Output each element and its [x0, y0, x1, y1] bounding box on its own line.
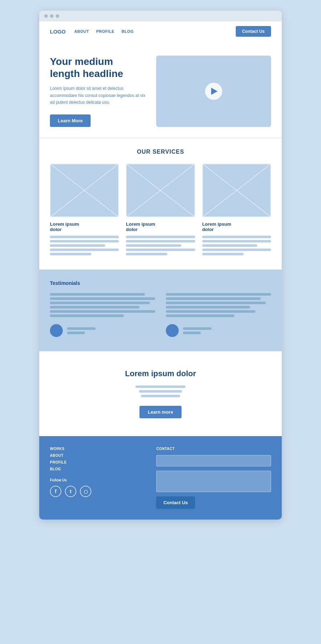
nav-links: ABOUT PROFILE BLOG — [74, 29, 235, 34]
text-line — [202, 244, 258, 247]
author-avatar-1 — [50, 324, 63, 337]
text-line — [50, 302, 150, 304]
text-line — [50, 240, 119, 242]
text-line — [50, 297, 155, 300]
twitter-icon[interactable]: t — [65, 486, 76, 497]
cta-title: Lorem ipsum dolor — [50, 369, 271, 378]
text-line — [166, 297, 261, 300]
footer-link-about[interactable]: ABOUT — [50, 454, 146, 458]
hero-section: Your medium length headline Lorem ipsum … — [39, 41, 282, 138]
testimonial-author-2 — [166, 324, 271, 337]
text-line — [166, 306, 250, 308]
text-line — [126, 244, 181, 247]
text-line — [50, 315, 124, 317]
service-title-1: Lorem ipsumdolor — [50, 221, 119, 232]
testimonial-author-1 — [50, 324, 155, 337]
text-line — [50, 236, 119, 238]
text-line — [50, 293, 145, 296]
text-line — [202, 240, 271, 242]
nav-link-about[interactable]: ABOUT — [74, 29, 89, 34]
services-grid: Lorem ipsumdolor Lorem ipsumdolor — [50, 164, 271, 255]
testimonials-title: Testimonials — [50, 280, 271, 286]
text-line — [202, 249, 271, 251]
footer-contact-label: Contact — [156, 447, 271, 451]
play-button[interactable] — [205, 83, 222, 100]
text-line — [139, 390, 182, 393]
service-title-3: Lorem ipsumdolor — [202, 221, 271, 232]
browser-dot-green — [56, 14, 59, 18]
text-line — [67, 327, 96, 330]
text-line — [50, 306, 139, 308]
service-desc-3 — [202, 236, 271, 255]
author-avatar-2 — [166, 324, 179, 337]
play-icon — [211, 88, 218, 95]
hero-learn-more-button[interactable]: Learn More — [50, 114, 91, 127]
service-desc-2 — [126, 236, 195, 255]
cta-description — [50, 385, 271, 397]
footer-link-profile[interactable]: PROFILE — [50, 460, 146, 464]
follow-us-label: Follow Us — [50, 478, 146, 482]
cta-learn-more-button[interactable]: Learn more — [139, 406, 182, 418]
browser-chrome — [39, 11, 282, 21]
footer-message-textarea[interactable] — [156, 471, 271, 492]
service-image-2 — [126, 164, 195, 217]
nav-link-blog[interactable]: BLOG — [122, 29, 134, 34]
instagram-icon[interactable]: ◯ — [80, 486, 91, 497]
service-desc-1 — [50, 236, 119, 255]
service-title-2: Lorem ipsumdolor — [126, 221, 195, 232]
footer: WORKS ABOUT PROFILE BLOG Follow Us f t ◯… — [39, 436, 282, 520]
services-section: OUR SERVICES Lorem ipsumdolor Lorem — [39, 138, 282, 270]
nav-link-profile[interactable]: PROFILE — [96, 29, 114, 34]
footer-link-blog[interactable]: BLOG — [50, 467, 146, 471]
footer-email-input[interactable] — [156, 455, 271, 466]
service-image-1 — [50, 164, 119, 217]
text-line — [50, 249, 119, 251]
footer-contact-button[interactable]: Contact Us — [156, 496, 195, 509]
text-line — [50, 253, 91, 255]
testimonials-section: Testimonials — [39, 270, 282, 351]
testimonial-text-1 — [50, 293, 155, 317]
testimonial-card-2 — [166, 293, 271, 337]
browser-window: LOGO ABOUT PROFILE BLOG Contact Us Your … — [39, 11, 282, 520]
hero-text: Your medium length headline Lorem ipsum … — [50, 56, 146, 127]
text-line — [67, 332, 85, 334]
service-image-3 — [202, 164, 271, 217]
footer-nav-links: WORKS ABOUT PROFILE BLOG — [50, 447, 146, 471]
testimonial-card-1 — [50, 293, 155, 337]
text-line — [136, 385, 185, 388]
services-title: OUR SERVICES — [50, 149, 271, 155]
author-info-2 — [183, 327, 212, 334]
cta-section: Lorem ipsum dolor Learn more — [39, 351, 282, 436]
text-line — [166, 315, 234, 317]
nav-contact-button[interactable]: Contact Us — [236, 26, 271, 37]
text-line — [183, 327, 212, 330]
text-line — [202, 236, 271, 238]
text-line — [141, 395, 180, 397]
text-line — [202, 253, 244, 255]
facebook-icon[interactable]: f — [50, 486, 61, 497]
navbar: LOGO ABOUT PROFILE BLOG Contact Us — [39, 21, 282, 41]
hero-video-placeholder[interactable] — [156, 56, 271, 127]
footer-left: WORKS ABOUT PROFILE BLOG Follow Us f t ◯ — [50, 447, 146, 509]
text-line — [126, 249, 195, 251]
hero-description: Lorem ipsum dolor sit amet et delectus a… — [50, 85, 146, 106]
service-card-2: Lorem ipsumdolor — [126, 164, 195, 255]
service-card-3: Lorem ipsumdolor — [202, 164, 271, 255]
text-line — [126, 236, 195, 238]
browser-dot-red — [44, 14, 48, 18]
page-content: LOGO ABOUT PROFILE BLOG Contact Us Your … — [39, 21, 282, 520]
text-line — [50, 244, 105, 247]
text-line — [166, 310, 255, 313]
service-card-1: Lorem ipsumdolor — [50, 164, 119, 255]
text-line — [183, 332, 201, 334]
text-line — [50, 310, 155, 313]
nav-logo: LOGO — [50, 29, 66, 35]
author-info-1 — [67, 327, 96, 334]
footer-right: Contact Contact Us — [156, 447, 271, 509]
text-line — [166, 302, 266, 304]
footer-link-works[interactable]: WORKS — [50, 447, 146, 451]
social-icons: f t ◯ — [50, 486, 146, 497]
testimonials-grid — [50, 293, 271, 337]
hero-headline: Your medium length headline — [50, 56, 146, 80]
text-line — [166, 293, 271, 296]
